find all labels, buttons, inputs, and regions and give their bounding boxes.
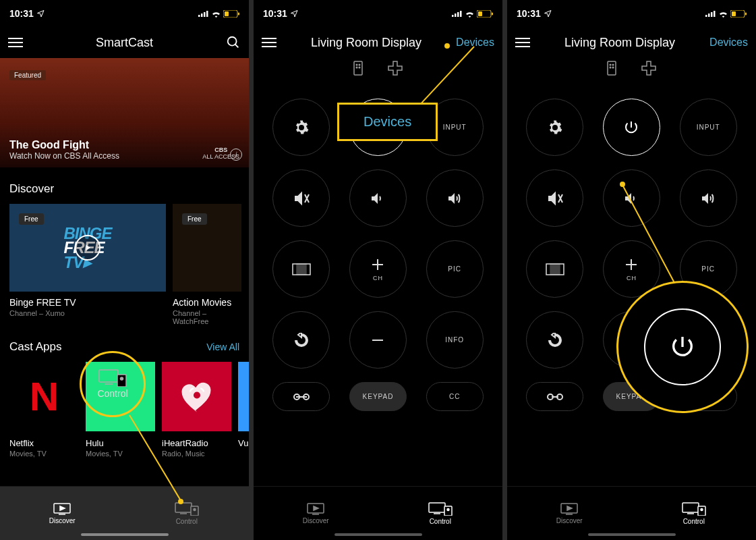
volume-up-icon [700, 190, 716, 207]
tab-discover[interactable]: Discover [507, 487, 632, 540]
menu-button[interactable] [515, 38, 530, 47]
menu-button[interactable] [8, 38, 23, 47]
battery-icon [223, 10, 239, 18]
svg-rect-6 [238, 12, 239, 15]
channel-up-button[interactable]: CH [349, 240, 407, 298]
aspect-button[interactable] [272, 240, 330, 298]
tab-label: Discover [303, 517, 329, 524]
tab-label: Control [683, 518, 705, 525]
tab-label: Discover [556, 517, 583, 524]
status-bar: 10:31 [0, 0, 249, 27]
svg-rect-25 [478, 11, 482, 16]
app-title: SmartCast [96, 36, 153, 50]
view-all-link[interactable]: View All [206, 342, 239, 352]
volume-up-button[interactable] [426, 169, 484, 227]
devices-link[interactable]: Devices [456, 36, 494, 49]
power-button[interactable] [603, 99, 660, 156]
menu-button[interactable] [262, 38, 277, 47]
svg-point-15 [194, 508, 196, 510]
free-badge: Free [19, 213, 44, 225]
home-indicator[interactable] [335, 533, 422, 536]
control-icon [175, 502, 199, 516]
location-icon [544, 9, 552, 18]
channel-card[interactable]: Free Action Movies Channel – WatchFree [173, 204, 241, 325]
tab-control[interactable]: Control [125, 487, 250, 540]
channel-name: Binge FREE TV [9, 297, 166, 308]
volume-down-icon [370, 190, 386, 207]
hero-title: The Good Fight [9, 139, 119, 151]
input-button[interactable]: INPUT [680, 99, 737, 156]
back-button[interactable] [272, 311, 330, 369]
settings-button[interactable] [272, 99, 330, 156]
search-button[interactable] [226, 35, 241, 50]
discover-icon [560, 503, 578, 515]
app-bar: Living Room Display Devices [507, 27, 756, 58]
svg-point-44 [447, 508, 449, 510]
hero-subtitle: Watch Now on CBS All Access [9, 151, 119, 161]
keypad-button[interactable]: KEYPAD [349, 382, 407, 411]
wifi-icon [718, 10, 728, 18]
app-card-iheart[interactable]: iHeartRadio Radio, Music [162, 362, 231, 458]
tab-control[interactable]: Control [632, 487, 757, 540]
svg-rect-67 [682, 503, 699, 512]
settings-button[interactable] [526, 99, 583, 156]
remote-tab-icon[interactable] [607, 61, 616, 78]
tab-label: Control [176, 518, 198, 525]
info-button[interactable]: INFO [426, 311, 484, 369]
battery-icon [477, 10, 493, 18]
home-indicator[interactable] [81, 533, 169, 536]
gear-icon [547, 119, 563, 136]
cc-button[interactable]: CC [680, 382, 737, 411]
volume-up-button[interactable] [680, 169, 737, 227]
cc-button[interactable]: CC [426, 382, 484, 411]
remote-content: INPUT CH PIC INFO KEYPAD CC [507, 58, 756, 486]
remote-tab-icon[interactable] [353, 61, 363, 78]
discover-icon [53, 503, 71, 515]
aspect-button[interactable] [526, 240, 583, 298]
screen-3-remote-power: 10:31 Living Room Display Devices INPUT … [507, 0, 756, 540]
pic-button[interactable]: PIC [680, 240, 737, 298]
channel-down-button[interactable] [349, 311, 407, 369]
mute-button[interactable] [272, 169, 330, 227]
channel-down-button[interactable] [603, 311, 660, 369]
channel-up-button[interactable]: CH [603, 240, 660, 298]
wifi-icon [465, 10, 475, 18]
svg-rect-52 [608, 61, 616, 75]
svg-point-29 [359, 64, 360, 65]
bottom-tab-bar: Discover Control [254, 486, 502, 540]
svg-rect-21 [455, 14, 457, 17]
app-card-netflix[interactable]: N Netflix Movies, TV [9, 362, 79, 458]
pic-button[interactable]: PIC [426, 240, 484, 298]
bottom-tab-bar: Discover Control [507, 486, 756, 540]
power-button[interactable] [349, 99, 407, 156]
home-indicator[interactable] [588, 533, 676, 536]
keypad-button[interactable]: KEYPAD [603, 382, 660, 411]
info-icon[interactable]: i [230, 148, 242, 161]
link-button[interactable] [272, 382, 330, 411]
link-button[interactable] [526, 382, 583, 411]
dpad-tab-icon[interactable] [388, 61, 403, 78]
volume-down-button[interactable] [349, 169, 407, 227]
mute-button[interactable] [526, 169, 583, 227]
app-card-vudu[interactable]: Vu [238, 362, 249, 458]
dpad-tab-icon[interactable] [641, 61, 656, 78]
tab-discover[interactable]: Discover [0, 487, 125, 540]
featured-hero[interactable]: Featured The Good Fight Watch Now on CBS… [0, 58, 249, 167]
gear-icon [293, 119, 310, 136]
clock: 10:31 [9, 8, 34, 19]
info-button[interactable]: INFO [680, 311, 737, 369]
input-button[interactable]: INPUT [426, 99, 484, 156]
tab-control[interactable]: Control [378, 487, 503, 540]
power-icon [623, 119, 639, 136]
tab-discover[interactable]: Discover [254, 487, 378, 540]
screen-2-remote-devices: 10:31 Living Room Display Devices INPUT … [254, 0, 502, 540]
channel-card[interactable]: Free BINGEFREETV▸ Binge FREE TV Channel … [9, 204, 166, 325]
volume-down-button[interactable] [603, 169, 660, 227]
svg-point-28 [356, 64, 357, 65]
devices-link[interactable]: Devices [709, 36, 748, 49]
app-card-hulu[interactable]: Hulu Movies, TV [86, 362, 155, 458]
tab-label: Control [430, 518, 451, 525]
clock: 10:31 [263, 8, 287, 19]
back-button[interactable] [526, 311, 583, 369]
svg-rect-22 [457, 12, 459, 17]
